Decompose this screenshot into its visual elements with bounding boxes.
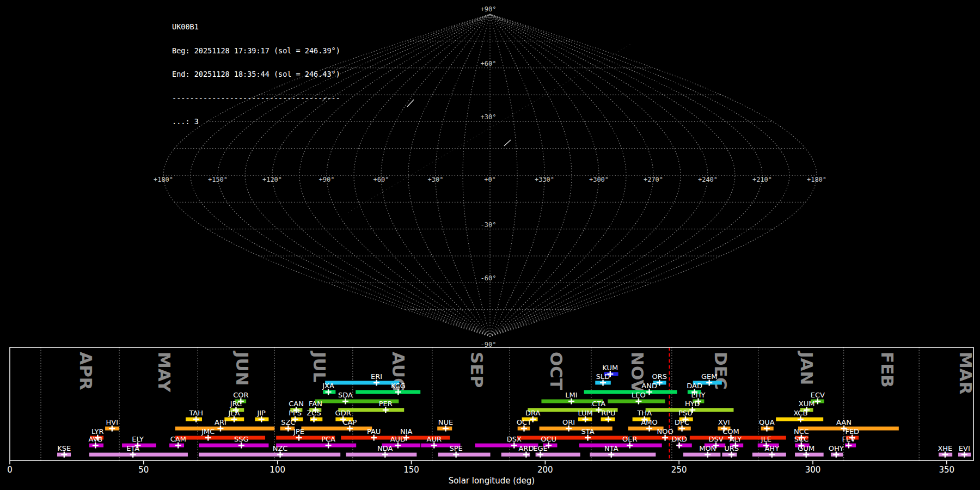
month-label: MAR [956,352,976,395]
axis-tick-label: 300 [805,465,821,475]
shower-bar-PAU [341,436,396,440]
shower-label-DKD: DKD [671,435,687,443]
shower-label-SZC: SZC [281,418,295,426]
shower-label-JMC: JMC [201,427,215,436]
shower-label-STA: STA [581,427,594,436]
shower-label-XVI: XVI [718,418,730,426]
shower-label-NTA: NTA [604,444,618,452]
shower-label-JLE: JLE [761,435,771,443]
shower-bar-MON [683,453,720,457]
month-label: APR [76,352,96,390]
shower-label-JIP: JIP [256,409,266,417]
shower-label-PER: PER [379,400,393,408]
shower-bar-KCG [356,390,420,394]
shower-label-CAM: CAM [170,435,186,443]
shower-label-AUD: AUD [390,435,406,443]
shower-label-OHY: OHY [829,444,844,452]
shower-label-ZCS: ZCS [307,409,321,417]
axis-tick-label: 150 [403,465,419,475]
shower-bar-NTA [590,453,656,457]
shower-bar-OER [579,444,662,448]
shower-bar-AND [584,390,677,394]
shower-bar-SPE [438,453,491,457]
shower-label-ARI: ARI [215,418,226,426]
shower-label-FED: FED [845,427,859,436]
shower-label-OER: OER [622,435,637,443]
shower-label-ORS: ORS [652,372,667,381]
shower-label-OCT: OCT [517,418,531,426]
shower-label-NOO: NOO [657,427,673,436]
shower-label-ORI: ORI [562,418,575,426]
shower-label-JEA: JEA [228,409,240,417]
shower-label-KSE: KSE [57,444,71,452]
shower-label-FAN: FAN [309,400,322,408]
shower-label-PAU: PAU [367,427,381,436]
axis-tick-label: 100 [270,465,285,475]
shower-label-CAN: CAN [289,400,304,408]
shower-bar-PCA [276,444,356,448]
shower-label-RPU: RPU [601,409,615,417]
separator-line: -------------------------------------- [172,94,340,102]
month-label: OCT [547,352,566,390]
shower-label-SLD: SLD [596,372,610,381]
shower-label-GUM: GUM [798,444,814,452]
shower-bar-ARI [175,427,274,431]
month-label: JAN [797,351,817,385]
shower-label-URS: URS [724,444,739,452]
axis-tick-label: 200 [537,465,553,475]
shower-label-XUM: XUM [799,400,815,408]
shower-bar-CAP [301,427,372,431]
shower-bar-SSG [199,444,268,448]
shower-label-ERI: ERI [371,372,382,381]
shower-label-SPE: SPE [449,444,462,452]
shower-bar-JMC [175,436,265,440]
shower-label-PSU: PSU [678,409,693,417]
shower-label-EHY: EHY [691,391,706,399]
shower-label-XHE: XHE [938,444,952,452]
month-label: MAY [155,352,174,393]
shower-label-EVI: EVI [959,444,970,452]
shower-label-PPS: PPS [289,409,302,417]
month-label: FEB [878,352,897,388]
shower-label-AUR: AUR [427,435,442,443]
detections-count-line: ...: 3 [172,118,340,126]
shower-label-NCC: NCC [794,427,809,436]
shower-label-MON: MON [699,444,716,452]
shower-label-DSV: DSV [708,435,723,443]
shower-label-LYR: LYR [91,427,104,436]
shower-label-HVI: HVI [106,418,119,426]
begin-time-line: Beg: 20251128 17:39:17 (sol = 246.39°) [172,47,340,55]
shower-label-COM: COM [722,427,739,436]
shower-label-COR: COR [233,391,248,399]
shower-label-GDR: GDR [335,409,351,417]
shower-label-EGE: EGE [533,444,548,452]
shower-label-PCA: PCA [321,435,335,443]
shower-bar-NZC [199,453,340,457]
shower-label-ETA: ETA [126,444,139,452]
shower-label-NUE: NUE [438,418,453,426]
shower-label-AAN: AAN [836,418,852,426]
shower-label-JPE: JPE [293,427,304,436]
shower-label-AMO: AMO [641,418,657,426]
axis-tick-label: 50 [138,465,149,475]
shower-label-AHY: AHY [764,444,779,452]
shower-label-DRA: DRA [525,409,541,417]
shower-label-KCG: KCG [391,382,406,390]
shower-label-SDA: SDA [338,391,353,399]
shower-label-NZC: NZC [273,444,288,452]
month-label: JUL [310,351,329,382]
shower-label-ARD: ARD [518,444,534,452]
shower-label-QUA: QUA [759,418,775,426]
shower-label-LUM: LUM [578,409,592,417]
month-label: JUN [232,351,252,386]
shower-label-DAD: DAD [687,382,702,390]
shower-label-CAP: CAP [343,418,357,426]
shower-label-KUM: KUM [602,364,618,372]
shower-label-XCB: XCB [793,409,807,417]
shower-label-ALY: ALY [730,435,742,443]
shower-bar-GUM [795,453,824,457]
shower-bar-NDA [346,453,417,457]
shower-bar-ETA [89,453,188,457]
shower-label-DPC: DPC [675,418,689,426]
shower-label-SSG: SSG [234,435,249,443]
